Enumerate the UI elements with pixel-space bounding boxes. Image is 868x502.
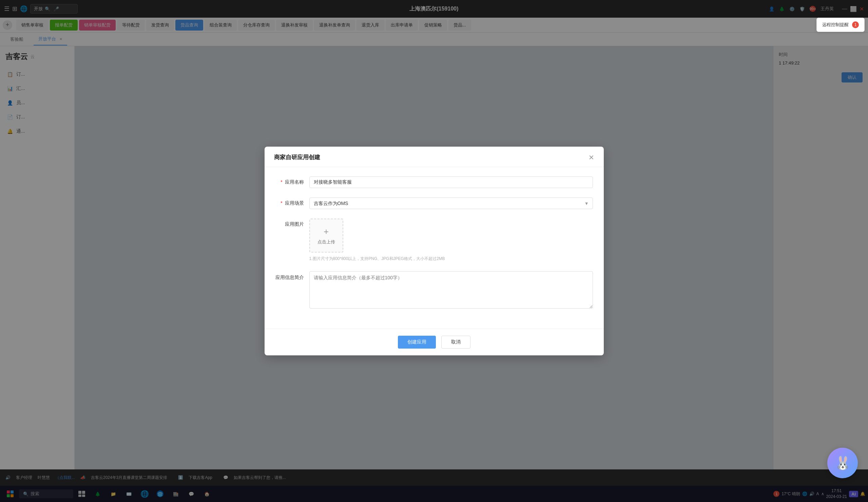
create-app-button[interactable]: 创建应用 xyxy=(398,336,436,349)
form-row-name: * 应用名称 xyxy=(276,177,593,188)
app-scene-label: * 应用场景 xyxy=(276,198,309,207)
remote-notify: 远程控制提醒 1 xyxy=(816,18,865,32)
app-image-control: + 点击上传 1.图片尺寸为800*800以上，支持PNG、JPG和JPEG格式… xyxy=(309,219,593,262)
app-intro-textarea[interactable] xyxy=(309,271,593,309)
remote-notify-text: 远程控制提醒 xyxy=(822,22,849,28)
app-name-label: * 应用名称 xyxy=(276,177,309,185)
app-scene-control: 吉客云作为OMS 吉客云作为WMS 其他 ▼ xyxy=(309,198,593,209)
app-intro-control xyxy=(309,271,593,310)
dialog-footer: 创建应用 取消 xyxy=(265,329,604,355)
upload-hint-text: 1.图片尺寸为800*800以上，支持PNG、JPG和JPEG格式，大小不超过2… xyxy=(309,256,593,262)
app-name-control xyxy=(309,177,593,188)
mascot[interactable]: 🐰 xyxy=(827,448,861,482)
create-app-dialog: 商家自研应用创建 ✕ * 应用名称 * 应用场景 xyxy=(265,147,604,355)
image-upload-button[interactable]: + 点击上传 xyxy=(309,219,343,252)
dialog-body: * 应用名称 * 应用场景 吉客云作为OMS 吉客云作为WMS xyxy=(265,167,604,329)
dialog-overlay: 商家自研应用创建 ✕ * 应用名称 * 应用场景 xyxy=(0,0,868,502)
app-name-input[interactable] xyxy=(309,177,593,188)
form-row-image: 应用图片 + 点击上传 1.图片尺寸为800*800以上，支持PNG、JPG和J… xyxy=(276,219,593,262)
form-row-intro: 应用信息简介 xyxy=(276,271,593,310)
cancel-button[interactable]: 取消 xyxy=(441,336,471,349)
mascot-image: 🐰 xyxy=(827,448,858,478)
remote-badge: 1 xyxy=(852,21,859,28)
dialog-close-button[interactable]: ✕ xyxy=(589,154,594,161)
form-row-scene: * 应用场景 吉客云作为OMS 吉客云作为WMS 其他 ▼ xyxy=(276,198,593,209)
app-intro-label: 应用信息简介 xyxy=(276,271,309,281)
upload-text: 点击上传 xyxy=(318,239,335,245)
app-scene-select-wrap: 吉客云作为OMS 吉客云作为WMS 其他 ▼ xyxy=(309,198,593,209)
dialog-title: 商家自研应用创建 xyxy=(274,153,320,161)
app-scene-select[interactable]: 吉客云作为OMS 吉客云作为WMS 其他 xyxy=(309,198,593,209)
dialog-header: 商家自研应用创建 ✕ xyxy=(265,147,604,167)
app-image-label: 应用图片 xyxy=(276,219,309,228)
upload-plus-icon: + xyxy=(323,227,329,237)
